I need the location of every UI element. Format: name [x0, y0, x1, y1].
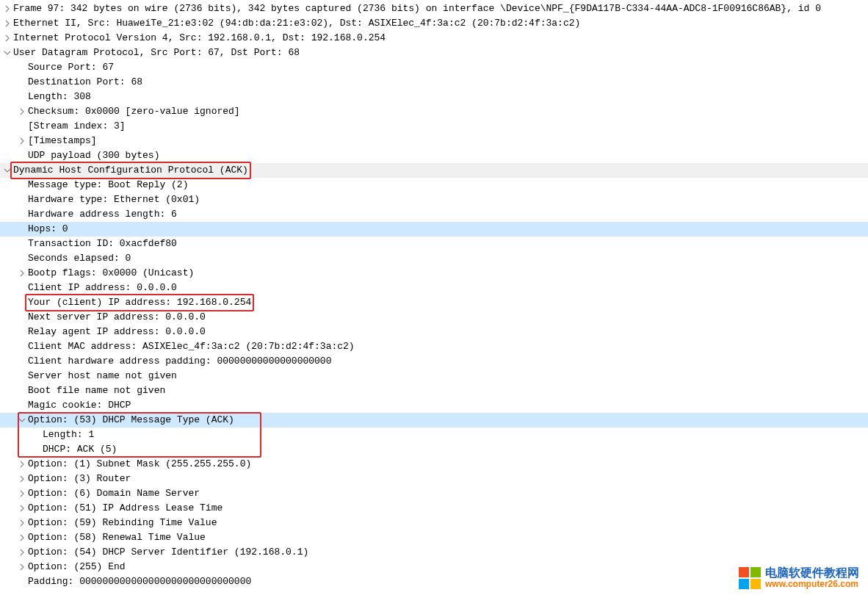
- tree-row-label: Client IP address: 0.0.0.0: [28, 281, 177, 295]
- tree-row-label: Source Port: 67: [28, 60, 114, 75]
- tree-row-label: Option: (1) Subnet Mask (255.255.255.0): [28, 457, 251, 472]
- tree-row[interactable]: [Timestamps]: [0, 134, 868, 148]
- tree-row-label: User Datagram Protocol, Src Port: 67, Ds…: [13, 46, 300, 60]
- tree-row-label: Internet Protocol Version 4, Src: 192.16…: [13, 31, 386, 46]
- tree-row-label: Ethernet II, Src: HuaweiTe_21:e3:02 (94:…: [13, 16, 580, 31]
- tree-row-label: Server host name not given: [28, 369, 177, 383]
- tree-row[interactable]: Magic cookie: DHCP: [0, 398, 868, 413]
- collapse-icon[interactable]: [3, 48, 12, 57]
- expand-icon[interactable]: [18, 519, 26, 527]
- expand-icon[interactable]: [3, 19, 12, 28]
- tree-row[interactable]: Hardware type: Ethernet (0x01): [0, 192, 868, 207]
- tree-row[interactable]: Boot file name not given: [0, 383, 868, 398]
- tree-row[interactable]: User Datagram Protocol, Src Port: 67, Ds…: [0, 46, 868, 60]
- tree-row-label: Option: (6) Domain Name Server: [28, 486, 200, 501]
- tree-row[interactable]: Internet Protocol Version 4, Src: 192.16…: [0, 31, 868, 46]
- expand-icon[interactable]: [3, 34, 12, 43]
- watermark: 电脑软硬件教程网 www.computer26.com: [739, 566, 859, 589]
- expand-icon[interactable]: [18, 269, 26, 278]
- tree-row[interactable]: Option: (58) Renewal Time Value: [0, 530, 868, 545]
- tree-row-label: Your (client) IP address: 192.168.0.254: [28, 297, 251, 308]
- tree-row[interactable]: Dynamic Host Configuration Protocol (ACK…: [0, 163, 868, 178]
- tree-row-label: Next server IP address: 0.0.0.0: [28, 310, 206, 325]
- tree-row[interactable]: Option: (3) Router: [0, 472, 868, 486]
- tree-row[interactable]: Option: (255) End: [0, 560, 868, 574]
- tree-row-label: Option: (255) End: [28, 560, 126, 574]
- tree-row-label: Transaction ID: 0xacfdef80: [28, 237, 177, 251]
- collapse-icon[interactable]: [18, 416, 26, 425]
- expand-icon[interactable]: [18, 548, 26, 557]
- tree-row-label: Checksum: 0x0000 [zero-value ignored]: [28, 104, 240, 119]
- highlight-box: Dynamic Host Configuration Protocol (ACK…: [10, 162, 251, 179]
- tree-row[interactable]: Checksum: 0x0000 [zero-value ignored]: [0, 104, 868, 119]
- tree-row-label: Length: 1: [43, 428, 94, 442]
- tree-row[interactable]: Destination Port: 68: [0, 75, 868, 90]
- expand-icon[interactable]: [18, 563, 26, 571]
- tree-row[interactable]: Message type: Boot Reply (2): [0, 178, 868, 192]
- expand-icon[interactable]: [18, 475, 26, 483]
- tree-row-label: Padding: 000000000000000000000000000000: [28, 574, 251, 589]
- tree-row[interactable]: Length: 308: [0, 90, 868, 104]
- tree-row-label: Destination Port: 68: [28, 75, 142, 90]
- tree-row-label: Client MAC address: ASIXElec_4f:3a:c2 (2…: [28, 339, 355, 354]
- highlight-box: Your (client) IP address: 192.168.0.254: [25, 294, 254, 311]
- tree-row[interactable]: Padding: 000000000000000000000000000000: [0, 574, 868, 589]
- tree-row-label: Client hardware address padding: 0000000…: [28, 354, 331, 369]
- tree-row-label: Message type: Boot Reply (2): [28, 178, 188, 192]
- tree-row-label: Seconds elapsed: 0: [28, 251, 131, 266]
- tree-row-label: Hardware address length: 6: [28, 207, 177, 222]
- tree-row[interactable]: Length: 1: [0, 428, 868, 442]
- tree-row-label: UDP payload (300 bytes): [28, 148, 159, 163]
- expand-icon[interactable]: [18, 137, 26, 145]
- tree-row-label: Option: (53) DHCP Message Type (ACK): [28, 413, 234, 428]
- expand-icon[interactable]: [3, 4, 12, 13]
- tree-row-label: Length: 308: [28, 90, 91, 104]
- tree-row[interactable]: Transaction ID: 0xacfdef80: [0, 237, 868, 251]
- tree-row[interactable]: Client MAC address: ASIXElec_4f:3a:c2 (2…: [0, 339, 868, 354]
- watermark-title: 电脑软硬件教程网: [765, 566, 859, 580]
- tree-row-label: Hops: 0: [28, 222, 68, 237]
- tree-row[interactable]: Next server IP address: 0.0.0.0: [0, 310, 868, 325]
- tree-row[interactable]: Option: (53) DHCP Message Type (ACK): [0, 413, 868, 428]
- tree-row[interactable]: UDP payload (300 bytes): [0, 148, 868, 163]
- tree-row-label: [Stream index: 3]: [28, 119, 126, 134]
- tree-row[interactable]: Option: (54) DHCP Server Identifier (192…: [0, 545, 868, 560]
- tree-row-label: Hardware type: Ethernet (0x01): [28, 192, 200, 207]
- tree-row[interactable]: Option: (51) IP Address Lease Time: [0, 501, 868, 516]
- tree-row[interactable]: Option: (1) Subnet Mask (255.255.255.0): [0, 457, 868, 472]
- tree-row[interactable]: Option: (6) Domain Name Server: [0, 486, 868, 501]
- tree-row-label: Option: (3) Router: [28, 472, 131, 486]
- tree-row[interactable]: Hardware address length: 6: [0, 207, 868, 222]
- tree-row-label: Option: (58) Renewal Time Value: [28, 530, 206, 545]
- packet-details-tree[interactable]: Frame 97: 342 bytes on wire (2736 bits),…: [0, 0, 868, 589]
- expand-icon[interactable]: [18, 504, 26, 513]
- tree-row[interactable]: DHCP: ACK (5): [0, 442, 868, 457]
- tree-row[interactable]: Server host name not given: [0, 369, 868, 383]
- tree-row-label: Option: (51) IP Address Lease Time: [28, 501, 223, 516]
- tree-row-label: Frame 97: 342 bytes on wire (2736 bits),…: [13, 1, 821, 16]
- tree-row-label: Magic cookie: DHCP: [28, 398, 131, 413]
- expand-icon[interactable]: [18, 107, 26, 116]
- tree-row[interactable]: Client hardware address padding: 0000000…: [0, 354, 868, 369]
- tree-row-label: DHCP: ACK (5): [43, 442, 117, 457]
- expand-icon[interactable]: [18, 460, 26, 469]
- tree-row[interactable]: [Stream index: 3]: [0, 119, 868, 134]
- tree-row[interactable]: Option: (59) Rebinding Time Value: [0, 516, 868, 530]
- tree-row[interactable]: Hops: 0: [0, 222, 868, 237]
- tree-row[interactable]: Source Port: 67: [0, 60, 868, 75]
- tree-row[interactable]: Your (client) IP address: 192.168.0.254: [0, 295, 868, 310]
- tree-row-label: Boot file name not given: [28, 383, 165, 398]
- tree-row[interactable]: Relay agent IP address: 0.0.0.0: [0, 325, 868, 339]
- tree-row[interactable]: Ethernet II, Src: HuaweiTe_21:e3:02 (94:…: [0, 16, 868, 31]
- expand-icon[interactable]: [18, 533, 26, 542]
- watermark-site: www.computer26.com: [765, 580, 859, 589]
- tree-row-label: Bootp flags: 0x0000 (Unicast): [28, 266, 194, 281]
- tree-row-label: [Timestamps]: [28, 134, 97, 148]
- expand-icon[interactable]: [18, 489, 26, 498]
- tree-row[interactable]: Seconds elapsed: 0: [0, 251, 868, 266]
- tree-row[interactable]: Client IP address: 0.0.0.0: [0, 281, 868, 295]
- tree-row[interactable]: Bootp flags: 0x0000 (Unicast): [0, 266, 868, 281]
- tree-row[interactable]: Frame 97: 342 bytes on wire (2736 bits),…: [0, 1, 868, 16]
- tree-row-label: Dynamic Host Configuration Protocol (ACK…: [13, 165, 248, 176]
- logo-icon: [739, 567, 761, 589]
